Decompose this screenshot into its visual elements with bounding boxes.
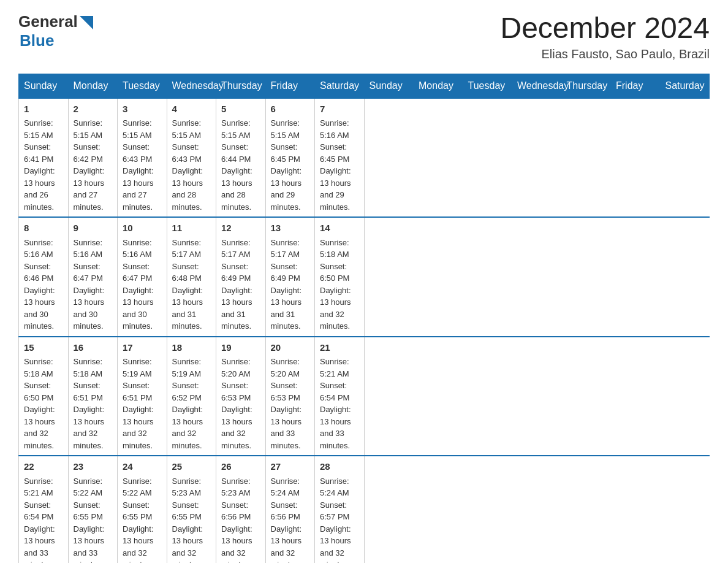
- logo: General Blue: [18, 12, 93, 50]
- sunrise-text: Sunrise: 5:15 AM: [123, 117, 162, 141]
- day-number: 22: [24, 460, 63, 474]
- sunset-text: Sunset: 6:50 PM: [24, 380, 63, 404]
- column-header-wednesday: Wednesday: [167, 74, 216, 98]
- sunset-text: Sunset: 6:43 PM: [172, 141, 211, 165]
- daylight-text: Daylight: 13 hours and 33 minutes.: [24, 523, 63, 563]
- daylight-text: Daylight: 13 hours and 26 minutes.: [24, 165, 63, 213]
- sunrise-text: Sunrise: 5:23 AM: [172, 475, 211, 499]
- sunrise-text: Sunrise: 5:21 AM: [320, 356, 359, 380]
- logo-arrow-icon: [80, 16, 93, 29]
- calendar-cell: 22Sunrise: 5:21 AMSunset: 6:54 PMDayligh…: [19, 456, 69, 563]
- sunrise-text: Sunrise: 5:21 AM: [24, 475, 63, 499]
- daylight-text: Daylight: 13 hours and 31 minutes.: [221, 285, 260, 332]
- sunrise-text: Sunrise: 5:23 AM: [221, 475, 260, 499]
- sunset-text: Sunset: 6:51 PM: [74, 380, 113, 404]
- calendar-cell: 27Sunrise: 5:24 AMSunset: 6:56 PMDayligh…: [265, 456, 315, 563]
- sunset-text: Sunset: 6:49 PM: [221, 261, 260, 285]
- sunrise-text: Sunrise: 5:18 AM: [320, 237, 359, 261]
- sunrise-text: Sunrise: 5:24 AM: [271, 475, 310, 499]
- sunset-text: Sunset: 6:56 PM: [271, 499, 310, 523]
- sunset-text: Sunset: 6:50 PM: [320, 261, 359, 285]
- sunset-text: Sunset: 6:42 PM: [74, 141, 113, 165]
- column-header-tuesday: Tuesday: [118, 74, 167, 98]
- week-row-2: 8Sunrise: 5:16 AMSunset: 6:46 PMDaylight…: [19, 217, 710, 337]
- sunrise-text: Sunrise: 5:20 AM: [221, 356, 260, 380]
- column-header-saturday: Saturday: [660, 74, 710, 98]
- calendar-subtitle: Elias Fausto, Sao Paulo, Brazil: [500, 47, 710, 61]
- daylight-text: Daylight: 13 hours and 27 minutes.: [74, 165, 113, 213]
- column-header-sunday: Sunday: [19, 74, 69, 98]
- calendar-cell: 6Sunrise: 5:15 AMSunset: 6:45 PMDaylight…: [265, 98, 315, 218]
- column-header-tuesday: Tuesday: [463, 74, 512, 98]
- calendar-cell: 19Sunrise: 5:20 AMSunset: 6:53 PMDayligh…: [216, 337, 266, 456]
- sunrise-text: Sunrise: 5:16 AM: [123, 237, 162, 261]
- sunrise-text: Sunrise: 5:19 AM: [123, 356, 162, 380]
- daylight-text: Daylight: 13 hours and 30 minutes.: [74, 285, 113, 332]
- sunset-text: Sunset: 6:52 PM: [172, 380, 211, 404]
- daylight-text: Daylight: 13 hours and 27 minutes.: [123, 165, 162, 213]
- calendar-cell: 12Sunrise: 5:17 AMSunset: 6:49 PMDayligh…: [216, 217, 266, 337]
- sunrise-text: Sunrise: 5:16 AM: [24, 237, 63, 261]
- sunrise-text: Sunrise: 5:15 AM: [74, 117, 113, 141]
- calendar-cell: 1Sunrise: 5:15 AMSunset: 6:41 PMDaylight…: [19, 98, 69, 218]
- calendar-cell: 10Sunrise: 5:16 AMSunset: 6:47 PMDayligh…: [118, 217, 167, 337]
- calendar-cell: 15Sunrise: 5:18 AMSunset: 6:50 PMDayligh…: [19, 337, 69, 456]
- sunrise-text: Sunrise: 5:15 AM: [271, 117, 310, 141]
- calendar-header-row: SundayMondayTuesdayWednesdayThursdayFrid…: [19, 74, 710, 98]
- column-header-monday: Monday: [68, 74, 118, 98]
- sunset-text: Sunset: 6:56 PM: [221, 499, 260, 523]
- sunrise-text: Sunrise: 5:16 AM: [74, 237, 113, 261]
- day-number: 18: [172, 341, 211, 355]
- calendar-cell: 20Sunrise: 5:20 AMSunset: 6:53 PMDayligh…: [265, 337, 315, 456]
- daylight-text: Daylight: 13 hours and 32 minutes.: [172, 523, 211, 563]
- sunrise-text: Sunrise: 5:18 AM: [24, 356, 63, 380]
- column-header-sunday: Sunday: [364, 74, 414, 98]
- sunset-text: Sunset: 6:45 PM: [320, 141, 359, 165]
- day-number: 17: [123, 341, 162, 355]
- sunset-text: Sunset: 6:51 PM: [123, 380, 162, 404]
- day-number: 11: [172, 221, 211, 236]
- sunrise-text: Sunrise: 5:20 AM: [271, 356, 310, 380]
- week-row-4: 22Sunrise: 5:21 AMSunset: 6:54 PMDayligh…: [19, 456, 710, 563]
- calendar-cell: 25Sunrise: 5:23 AMSunset: 6:55 PMDayligh…: [167, 456, 216, 563]
- calendar-cell: 2Sunrise: 5:15 AMSunset: 6:42 PMDaylight…: [68, 98, 118, 218]
- daylight-text: Daylight: 13 hours and 31 minutes.: [172, 285, 211, 332]
- logo-general-text: General: [18, 12, 78, 31]
- daylight-text: Daylight: 13 hours and 32 minutes.: [320, 523, 359, 563]
- daylight-text: Daylight: 13 hours and 33 minutes.: [320, 404, 359, 451]
- column-header-wednesday: Wednesday: [512, 74, 562, 98]
- sunrise-text: Sunrise: 5:15 AM: [221, 117, 260, 141]
- daylight-text: Daylight: 13 hours and 28 minutes.: [221, 165, 260, 213]
- day-number: 19: [221, 341, 260, 355]
- day-number: 10: [123, 221, 162, 236]
- sunrise-text: Sunrise: 5:24 AM: [320, 475, 359, 499]
- calendar-cell: 26Sunrise: 5:23 AMSunset: 6:56 PMDayligh…: [216, 456, 266, 563]
- sunset-text: Sunset: 6:55 PM: [74, 499, 113, 523]
- column-header-thursday: Thursday: [216, 74, 266, 98]
- calendar-cell: 9Sunrise: 5:16 AMSunset: 6:47 PMDaylight…: [68, 217, 118, 337]
- sunset-text: Sunset: 6:54 PM: [24, 499, 63, 523]
- day-number: 14: [320, 221, 359, 236]
- sunrise-text: Sunrise: 5:17 AM: [271, 237, 310, 261]
- day-number: 15: [24, 341, 63, 355]
- daylight-text: Daylight: 13 hours and 32 minutes.: [24, 404, 63, 451]
- sunset-text: Sunset: 6:46 PM: [24, 261, 63, 285]
- day-number: 13: [271, 221, 310, 236]
- day-number: 4: [172, 102, 211, 117]
- calendar-cell: 4Sunrise: 5:15 AMSunset: 6:43 PMDaylight…: [167, 98, 216, 218]
- sunset-text: Sunset: 6:47 PM: [74, 261, 113, 285]
- daylight-text: Daylight: 13 hours and 32 minutes.: [172, 404, 211, 451]
- sunset-text: Sunset: 6:49 PM: [271, 261, 310, 285]
- day-number: 3: [123, 102, 162, 117]
- day-number: 28: [320, 460, 359, 474]
- sunset-text: Sunset: 6:57 PM: [320, 499, 359, 523]
- calendar-cell: 7Sunrise: 5:16 AMSunset: 6:45 PMDaylight…: [315, 98, 365, 218]
- sunrise-text: Sunrise: 5:22 AM: [74, 475, 113, 499]
- calendar-cell: 14Sunrise: 5:18 AMSunset: 6:50 PMDayligh…: [315, 217, 365, 337]
- day-number: 2: [74, 102, 113, 117]
- sunset-text: Sunset: 6:55 PM: [123, 499, 162, 523]
- day-number: 23: [74, 460, 113, 474]
- sunset-text: Sunset: 6:54 PM: [320, 380, 359, 404]
- day-number: 27: [271, 460, 310, 474]
- sunrise-text: Sunrise: 5:17 AM: [172, 237, 211, 261]
